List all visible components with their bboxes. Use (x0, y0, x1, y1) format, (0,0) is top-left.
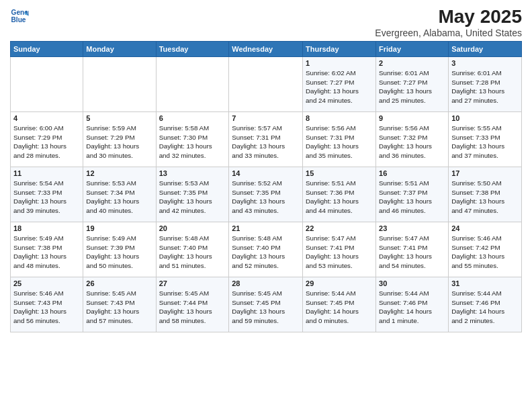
day-number: 13 (159, 169, 226, 177)
day-info: Sunrise: 5:51 AM Sunset: 7:36 PM Dayligh… (306, 179, 373, 216)
day-info: Sunrise: 5:51 AM Sunset: 7:37 PM Dayligh… (379, 179, 445, 216)
calendar-cell: 8Sunrise: 5:56 AM Sunset: 7:31 PM Daylig… (303, 111, 376, 167)
calendar-cell: 19Sunrise: 5:49 AM Sunset: 7:39 PM Dayli… (83, 222, 156, 277)
day-number: 23 (379, 224, 445, 232)
day-number: 14 (232, 169, 300, 177)
day-info: Sunrise: 5:44 AM Sunset: 7:46 PM Dayligh… (379, 289, 445, 326)
day-number: 22 (306, 224, 373, 232)
day-number: 10 (451, 114, 519, 122)
calendar-cell: 15Sunrise: 5:51 AM Sunset: 7:36 PM Dayli… (303, 167, 376, 222)
logo: General Blue (10, 7, 29, 26)
logo-icon: General Blue (10, 7, 29, 26)
calendar-cell: 27Sunrise: 5:45 AM Sunset: 7:44 PM Dayli… (156, 277, 229, 332)
day-info: Sunrise: 5:47 AM Sunset: 7:41 PM Dayligh… (379, 234, 445, 271)
header-monday: Monday (83, 41, 156, 56)
calendar-cell: 10Sunrise: 5:55 AM Sunset: 7:33 PM Dayli… (449, 111, 522, 167)
calendar-cell: 18Sunrise: 5:49 AM Sunset: 7:38 PM Dayli… (11, 222, 83, 277)
header-saturday: Saturday (449, 41, 522, 56)
day-number: 19 (86, 224, 152, 232)
day-info: Sunrise: 5:50 AM Sunset: 7:38 PM Dayligh… (451, 179, 519, 216)
calendar-cell: 30Sunrise: 5:44 AM Sunset: 7:46 PM Dayli… (376, 277, 449, 332)
week-row-4: 18Sunrise: 5:49 AM Sunset: 7:38 PM Dayli… (11, 222, 522, 277)
day-number: 6 (159, 114, 226, 122)
calendar-cell: 4Sunrise: 6:00 AM Sunset: 7:29 PM Daylig… (11, 111, 83, 167)
day-number: 5 (86, 114, 152, 122)
day-number: 1 (306, 59, 373, 67)
day-info: Sunrise: 5:59 AM Sunset: 7:29 PM Dayligh… (86, 124, 152, 161)
calendar-cell: 6Sunrise: 5:58 AM Sunset: 7:30 PM Daylig… (156, 111, 229, 167)
calendar-cell (156, 56, 229, 111)
day-number: 9 (379, 114, 445, 122)
calendar-cell: 12Sunrise: 5:53 AM Sunset: 7:34 PM Dayli… (83, 167, 156, 222)
day-info: Sunrise: 5:56 AM Sunset: 7:31 PM Dayligh… (306, 124, 373, 161)
day-info: Sunrise: 5:45 AM Sunset: 7:45 PM Dayligh… (232, 289, 300, 326)
calendar-cell: 24Sunrise: 5:46 AM Sunset: 7:42 PM Dayli… (449, 222, 522, 277)
day-number: 11 (13, 169, 80, 177)
day-info: Sunrise: 5:44 AM Sunset: 7:46 PM Dayligh… (451, 289, 519, 326)
day-number: 28 (232, 279, 300, 287)
day-number: 17 (451, 169, 519, 177)
calendar-cell: 28Sunrise: 5:45 AM Sunset: 7:45 PM Dayli… (229, 277, 303, 332)
day-info: Sunrise: 5:49 AM Sunset: 7:39 PM Dayligh… (86, 234, 152, 271)
day-info: Sunrise: 5:53 AM Sunset: 7:35 PM Dayligh… (159, 179, 226, 216)
calendar-body: 1Sunrise: 6:02 AM Sunset: 7:27 PM Daylig… (11, 56, 522, 332)
calendar-cell: 9Sunrise: 5:56 AM Sunset: 7:32 PM Daylig… (376, 111, 449, 167)
day-info: Sunrise: 6:00 AM Sunset: 7:29 PM Dayligh… (13, 124, 80, 161)
calendar-cell: 1Sunrise: 6:02 AM Sunset: 7:27 PM Daylig… (303, 56, 376, 111)
day-info: Sunrise: 5:58 AM Sunset: 7:30 PM Dayligh… (159, 124, 226, 161)
day-number: 8 (306, 114, 373, 122)
calendar-cell: 14Sunrise: 5:52 AM Sunset: 7:35 PM Dayli… (229, 167, 303, 222)
day-info: Sunrise: 5:57 AM Sunset: 7:31 PM Dayligh… (232, 124, 300, 161)
calendar-cell (83, 56, 156, 111)
day-info: Sunrise: 5:44 AM Sunset: 7:45 PM Dayligh… (306, 289, 373, 326)
day-number: 30 (379, 279, 445, 287)
calendar-cell: 7Sunrise: 5:57 AM Sunset: 7:31 PM Daylig… (229, 111, 303, 167)
day-number: 18 (13, 224, 80, 232)
day-number: 25 (13, 279, 80, 287)
day-info: Sunrise: 5:55 AM Sunset: 7:33 PM Dayligh… (451, 124, 519, 161)
day-number: 2 (379, 59, 445, 67)
day-number: 12 (86, 169, 152, 177)
calendar-cell: 20Sunrise: 5:48 AM Sunset: 7:40 PM Dayli… (156, 222, 229, 277)
day-number: 4 (13, 114, 80, 122)
calendar-cell (11, 56, 83, 111)
svg-text:Blue: Blue (11, 16, 26, 24)
day-info: Sunrise: 6:01 AM Sunset: 7:28 PM Dayligh… (451, 68, 519, 105)
header-wednesday: Wednesday (229, 41, 303, 56)
calendar-cell: 26Sunrise: 5:45 AM Sunset: 7:43 PM Dayli… (83, 277, 156, 332)
header-row: Sunday Monday Tuesday Wednesday Thursday… (11, 41, 522, 56)
subtitle: Evergreen, Alabama, United States (375, 28, 522, 38)
day-info: Sunrise: 5:49 AM Sunset: 7:38 PM Dayligh… (13, 234, 80, 271)
day-number: 29 (306, 279, 373, 287)
calendar-cell: 22Sunrise: 5:47 AM Sunset: 7:41 PM Dayli… (303, 222, 376, 277)
calendar-cell: 29Sunrise: 5:44 AM Sunset: 7:45 PM Dayli… (303, 277, 376, 332)
header-friday: Friday (376, 41, 449, 56)
header: General Blue May 2025 Evergreen, Alabama… (10, 7, 522, 38)
day-info: Sunrise: 5:56 AM Sunset: 7:32 PM Dayligh… (379, 124, 445, 161)
calendar-header: Sunday Monday Tuesday Wednesday Thursday… (11, 41, 522, 56)
calendar-cell: 5Sunrise: 5:59 AM Sunset: 7:29 PM Daylig… (83, 111, 156, 167)
main-title: May 2025 (375, 7, 522, 28)
day-number: 3 (451, 59, 519, 67)
week-row-5: 25Sunrise: 5:46 AM Sunset: 7:43 PM Dayli… (11, 277, 522, 332)
title-block: May 2025 Evergreen, Alabama, United Stat… (375, 7, 522, 38)
day-info: Sunrise: 5:54 AM Sunset: 7:33 PM Dayligh… (13, 179, 80, 216)
day-info: Sunrise: 5:52 AM Sunset: 7:35 PM Dayligh… (232, 179, 300, 216)
day-number: 15 (306, 169, 373, 177)
day-number: 24 (451, 224, 519, 232)
calendar-cell (229, 56, 303, 111)
calendar-cell: 3Sunrise: 6:01 AM Sunset: 7:28 PM Daylig… (449, 56, 522, 111)
page: General Blue May 2025 Evergreen, Alabama… (0, 0, 532, 411)
calendar-cell: 17Sunrise: 5:50 AM Sunset: 7:38 PM Dayli… (449, 167, 522, 222)
calendar-cell: 21Sunrise: 5:48 AM Sunset: 7:40 PM Dayli… (229, 222, 303, 277)
day-number: 16 (379, 169, 445, 177)
day-info: Sunrise: 5:48 AM Sunset: 7:40 PM Dayligh… (232, 234, 300, 271)
day-info: Sunrise: 5:45 AM Sunset: 7:44 PM Dayligh… (159, 289, 226, 326)
day-number: 26 (86, 279, 152, 287)
header-thursday: Thursday (303, 41, 376, 56)
day-info: Sunrise: 5:48 AM Sunset: 7:40 PM Dayligh… (159, 234, 226, 271)
day-number: 21 (232, 224, 300, 232)
day-info: Sunrise: 5:45 AM Sunset: 7:43 PM Dayligh… (86, 289, 152, 326)
week-row-3: 11Sunrise: 5:54 AM Sunset: 7:33 PM Dayli… (11, 167, 522, 222)
calendar-cell: 25Sunrise: 5:46 AM Sunset: 7:43 PM Dayli… (11, 277, 83, 332)
